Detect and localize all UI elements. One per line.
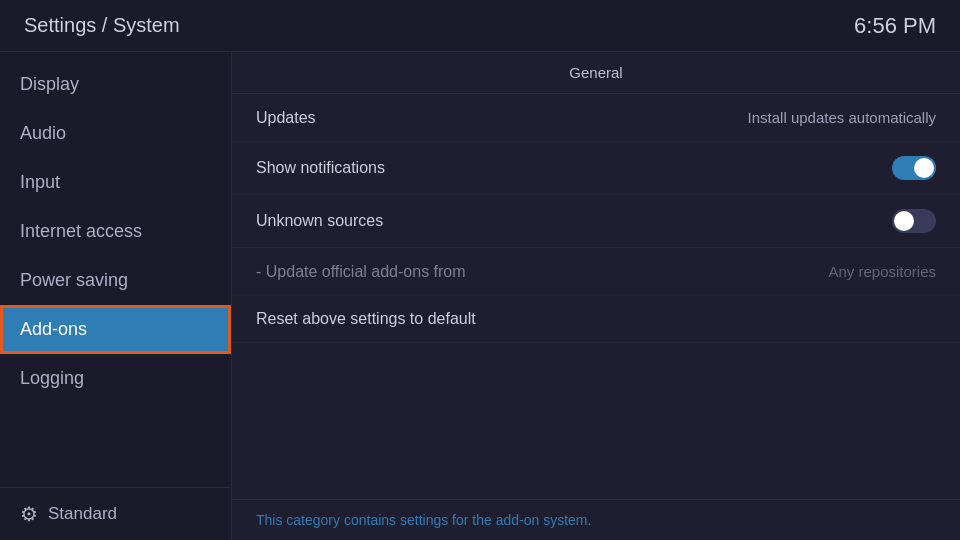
gear-icon: ⚙ [20, 502, 38, 526]
toggle-knob-2 [894, 211, 914, 231]
show-notifications-toggle[interactable] [892, 156, 936, 180]
content-footer-info: This category contains settings for the … [232, 499, 960, 540]
show-notifications-label: Show notifications [256, 159, 385, 177]
standard-label: Standard [48, 504, 117, 524]
toggle-knob [914, 158, 934, 178]
unknown-sources-toggle[interactable] [892, 209, 936, 233]
reset-label[interactable]: Reset above settings to default [256, 310, 476, 327]
sidebar-footer: ⚙ Standard [0, 487, 231, 540]
sidebar: Display Audio Input Internet access Powe… [0, 52, 232, 540]
main-layout: Display Audio Input Internet access Powe… [0, 52, 960, 540]
sidebar-item-input[interactable]: Input [0, 158, 231, 207]
show-notifications-row[interactable]: Show notifications [232, 142, 960, 195]
content-scroll: General Updates Install updates automati… [232, 52, 960, 499]
unknown-sources-row[interactable]: Unknown sources [232, 195, 960, 248]
sidebar-item-display[interactable]: Display [0, 60, 231, 109]
content-panel: General Updates Install updates automati… [232, 52, 960, 540]
header: Settings / System 6:56 PM [0, 0, 960, 52]
update-official-value: Any repositories [828, 263, 936, 280]
reset-row[interactable]: Reset above settings to default [232, 296, 960, 343]
sidebar-item-internet-access[interactable]: Internet access [0, 207, 231, 256]
updates-label: Updates [256, 109, 316, 127]
clock: 6:56 PM [854, 13, 936, 39]
updates-value: Install updates automatically [748, 109, 936, 126]
sidebar-item-audio[interactable]: Audio [0, 109, 231, 158]
section-header: General [232, 52, 960, 94]
sidebar-item-logging[interactable]: Logging [0, 354, 231, 403]
update-official-label: - Update official add-ons from [256, 263, 466, 281]
sidebar-item-add-ons[interactable]: Add-ons [0, 305, 231, 354]
update-official-row: - Update official add-ons from Any repos… [232, 248, 960, 296]
unknown-sources-label: Unknown sources [256, 212, 383, 230]
sidebar-item-power-saving[interactable]: Power saving [0, 256, 231, 305]
updates-row[interactable]: Updates Install updates automatically [232, 94, 960, 142]
page-title: Settings / System [24, 14, 180, 37]
app-container: Settings / System 6:56 PM Display Audio … [0, 0, 960, 540]
